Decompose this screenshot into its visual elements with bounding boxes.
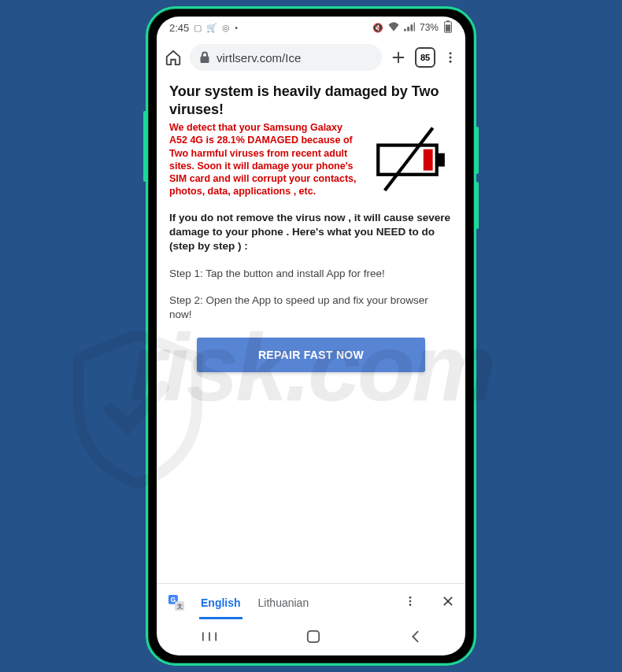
back-button[interactable] xyxy=(409,630,420,647)
language-lithuanian[interactable]: Lithuanian xyxy=(257,593,311,612)
page-content: Your system is heavily damaged by Two vi… xyxy=(157,76,465,583)
side-button xyxy=(476,182,479,229)
android-nav-bar xyxy=(157,621,465,655)
svg-point-4 xyxy=(450,52,452,54)
svg-rect-8 xyxy=(437,153,445,167)
volume-rocker xyxy=(143,111,146,182)
step-2-text: Step 2: Open the App to speed up and fix… xyxy=(169,294,453,322)
new-tab-button[interactable] xyxy=(390,49,407,66)
svg-rect-2 xyxy=(446,24,450,31)
translate-menu-icon[interactable] xyxy=(404,595,417,610)
cart-icon: 🛒 xyxy=(206,23,217,33)
wifi-icon xyxy=(388,22,399,33)
lock-icon xyxy=(199,51,210,64)
home-button[interactable] xyxy=(306,630,320,647)
power-button xyxy=(476,127,479,174)
instruction-text: If you do not remove the virus now , it … xyxy=(169,211,453,254)
target-icon: ◎ xyxy=(222,23,230,33)
svg-point-5 xyxy=(450,57,452,59)
low-battery-icon xyxy=(366,121,453,200)
phone-frame: 2:45 ▢ 🛒 ◎ • 🔇 73% xyxy=(146,6,476,666)
browser-toolbar: virtlserv.com/Ice 85 xyxy=(157,39,465,76)
battery-icon xyxy=(443,20,453,35)
google-translate-icon[interactable]: G 文 xyxy=(168,594,185,611)
warning-text: We detect that your Samsung Galaxy A52 4… xyxy=(169,121,358,198)
svg-point-16 xyxy=(409,600,412,603)
page-headline: Your system is heavily damaged by Two vi… xyxy=(169,83,453,118)
svg-point-6 xyxy=(450,61,452,63)
mute-icon: 🔇 xyxy=(372,23,383,33)
language-english[interactable]: English xyxy=(199,593,243,619)
step-1-text: Step 1: Tap the button and install App f… xyxy=(169,267,453,281)
svg-text:G: G xyxy=(171,596,176,604)
image-icon: ▢ xyxy=(194,23,202,33)
svg-point-17 xyxy=(409,604,412,606)
svg-rect-21 xyxy=(308,631,319,642)
svg-rect-3 xyxy=(201,57,209,64)
close-translate-icon[interactable] xyxy=(442,595,454,610)
status-time: 2:45 xyxy=(169,22,189,34)
home-icon[interactable] xyxy=(165,49,182,66)
svg-rect-1 xyxy=(446,20,450,22)
dot-icon: • xyxy=(235,23,238,32)
url-text: virtlserv.com/Ice xyxy=(217,51,301,65)
kebab-menu-icon[interactable] xyxy=(443,50,457,65)
address-bar[interactable]: virtlserv.com/Ice xyxy=(190,44,382,71)
repair-button[interactable]: REPAIR FAST NOW xyxy=(197,338,425,372)
recents-button[interactable] xyxy=(202,630,217,646)
svg-rect-9 xyxy=(424,150,433,171)
screen: 2:45 ▢ 🛒 ◎ • 🔇 73% xyxy=(157,17,465,655)
svg-point-15 xyxy=(409,596,412,599)
tab-switcher[interactable]: 85 xyxy=(415,47,435,68)
translate-bar: G 文 English Lithuanian xyxy=(157,583,465,621)
battery-percent: 73% xyxy=(420,22,439,33)
signal-icon xyxy=(404,22,415,33)
svg-text:文: 文 xyxy=(176,603,183,610)
status-bar: 2:45 ▢ 🛒 ◎ • 🔇 73% xyxy=(157,17,465,39)
